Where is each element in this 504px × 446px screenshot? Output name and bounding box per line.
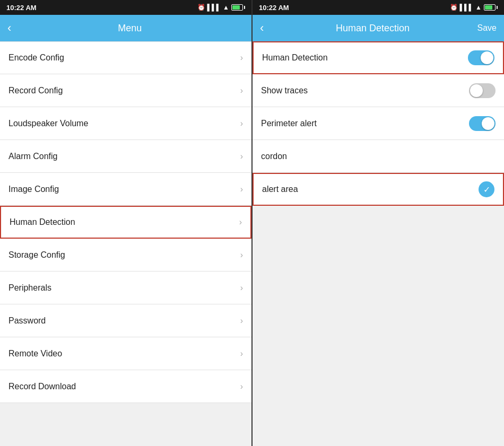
chevron-icon-alarm-config: ›: [240, 152, 243, 161]
left-nav-title: Menu: [15, 23, 244, 34]
menu-item-image-config[interactable]: Image Config ›: [0, 173, 251, 206]
menu-item-encode-config[interactable]: Encode Config ›: [0, 41, 251, 74]
settings-label-alert-area: alert area: [262, 185, 298, 194]
menu-item-label-image-config: Image Config: [8, 185, 59, 194]
signal-bars-icon: ▌▌▌: [207, 4, 221, 11]
settings-label-human-detection-toggle: Human Detection: [262, 53, 328, 63]
battery-icon: [231, 4, 245, 11]
chevron-icon-loudspeaker-volume: ›: [240, 119, 243, 128]
settings-label-cordon: cordon: [261, 152, 287, 161]
menu-item-alarm-config[interactable]: Alarm Config ›: [0, 140, 251, 173]
chevron-icon-storage-config: ›: [240, 250, 243, 260]
menu-item-peripherals[interactable]: Peripherals ›: [0, 272, 251, 304]
chevron-icon-human-detection: ›: [239, 217, 242, 227]
settings-list: Human Detection Show traces Perimeter al…: [253, 41, 504, 446]
menu-item-password[interactable]: Password ›: [0, 304, 251, 337]
chevron-icon-image-config: ›: [240, 185, 243, 194]
chevron-icon-remote-video: ›: [240, 349, 243, 358]
settings-item-perimeter-alert-toggle[interactable]: Perimeter alert: [253, 107, 504, 140]
chevron-icon-encode-config: ›: [240, 53, 243, 63]
right-battery-icon: [484, 4, 498, 11]
menu-item-label-remote-video: Remote Video: [8, 349, 62, 358]
save-button[interactable]: Save: [477, 23, 497, 33]
chevron-icon-peripherals: ›: [240, 283, 243, 293]
left-nav-bar: ‹ Menu: [0, 15, 251, 41]
right-back-button[interactable]: ‹: [260, 20, 268, 36]
menu-item-label-record-config: Record Config: [8, 86, 63, 95]
right-alarm-icon: ⏰: [450, 4, 458, 11]
chevron-icon-password: ›: [240, 316, 243, 326]
menu-item-label-record-download: Record Download: [8, 382, 76, 391]
menu-list: Encode Config › Record Config › Loudspea…: [0, 41, 251, 446]
menu-item-label-alarm-config: Alarm Config: [8, 152, 57, 161]
check-circle-alert-area[interactable]: ✓: [479, 181, 494, 197]
right-wifi-icon: ▲: [475, 4, 482, 11]
left-back-button[interactable]: ‹: [7, 20, 15, 36]
settings-item-show-traces-toggle[interactable]: Show traces: [253, 74, 504, 107]
chevron-icon-record-download: ›: [240, 382, 243, 391]
settings-item-human-detection-toggle[interactable]: Human Detection: [253, 41, 504, 74]
chevron-icon-record-config: ›: [240, 86, 243, 95]
settings-item-alert-area[interactable]: alert area ✓: [253, 173, 504, 206]
left-status-bar: 10:22 AM ⏰ ▌▌▌ ▲: [0, 0, 251, 15]
alarm-icon: ⏰: [197, 4, 205, 11]
right-signal-bars-icon: ▌▌▌: [460, 4, 474, 11]
right-status-bar: 10:22 AM ⏰ ▌▌▌ ▲: [253, 0, 504, 15]
right-nav-title: Human Detection: [268, 23, 477, 34]
toggle-perimeter-alert-toggle[interactable]: [469, 116, 496, 131]
menu-item-record-download[interactable]: Record Download ›: [0, 370, 251, 403]
menu-item-record-config[interactable]: Record Config ›: [0, 74, 251, 107]
settings-label-show-traces-toggle: Show traces: [261, 86, 308, 95]
left-phone-panel: 10:22 AM ⏰ ▌▌▌ ▲ ‹ Menu Encode Config › …: [0, 0, 251, 446]
right-nav-bar: ‹ Human Detection Save: [253, 15, 504, 41]
wifi-icon: ▲: [223, 4, 229, 11]
left-status-icons: ⏰ ▌▌▌ ▲: [197, 4, 245, 11]
right-status-icons: ⏰ ▌▌▌ ▲: [450, 4, 498, 11]
menu-item-loudspeaker-volume[interactable]: Loudspeaker Volume ›: [0, 107, 251, 140]
settings-label-perimeter-alert-toggle: Perimeter alert: [261, 119, 317, 128]
right-status-time: 10:22 AM: [259, 4, 289, 12]
menu-item-remote-video[interactable]: Remote Video ›: [0, 337, 251, 370]
right-phone-panel: 10:22 AM ⏰ ▌▌▌ ▲ ‹ Human Detection Save …: [253, 0, 504, 446]
toggle-human-detection-toggle[interactable]: [468, 50, 494, 65]
menu-item-label-storage-config: Storage Config: [8, 250, 65, 260]
toggle-show-traces-toggle[interactable]: [469, 83, 496, 98]
menu-item-label-human-detection: Human Detection: [10, 217, 75, 227]
left-status-time: 10:22 AM: [6, 4, 37, 12]
menu-item-label-password: Password: [8, 316, 46, 326]
menu-item-human-detection[interactable]: Human Detection ›: [0, 206, 251, 239]
menu-item-label-encode-config: Encode Config: [8, 53, 64, 63]
menu-item-label-loudspeaker-volume: Loudspeaker Volume: [8, 119, 88, 128]
menu-item-label-peripherals: Peripherals: [8, 283, 51, 293]
menu-item-storage-config[interactable]: Storage Config ›: [0, 239, 251, 272]
settings-item-cordon[interactable]: cordon: [253, 140, 504, 173]
